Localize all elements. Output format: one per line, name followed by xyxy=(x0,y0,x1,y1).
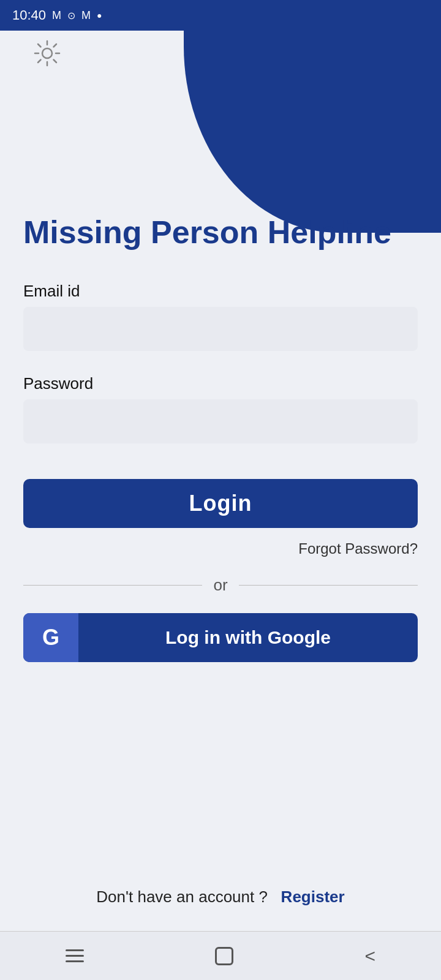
home-nav-icon[interactable] xyxy=(215,947,233,965)
svg-line-5 xyxy=(38,44,41,47)
google-login-button[interactable]: G Log in with Google xyxy=(23,613,418,662)
register-link[interactable]: Register xyxy=(281,888,345,906)
password-label: Password xyxy=(23,374,418,393)
or-text: or xyxy=(213,576,227,595)
no-account-text: Don't have an account ? xyxy=(96,888,268,906)
decorative-blob xyxy=(184,0,441,233)
bottom-nav: < xyxy=(0,931,441,980)
instagram-icon: ⊙ xyxy=(67,10,75,21)
svg-point-0 xyxy=(42,48,52,58)
login-button[interactable]: Login xyxy=(23,479,418,528)
google-btn-label: Log in with Google xyxy=(78,627,418,648)
email-form-group: Email id xyxy=(23,282,418,368)
main-content: Missing Person Helpline Email id Passwor… xyxy=(0,214,441,662)
password-form-group: Password xyxy=(23,374,418,461)
sun-icon xyxy=(34,40,61,67)
password-input[interactable] xyxy=(23,399,418,443)
forgot-password-wrapper: Forgot Password? xyxy=(23,540,418,557)
svg-line-7 xyxy=(54,44,57,47)
app-title: Missing Person Helpline xyxy=(23,214,418,251)
time-display: 10:40 xyxy=(12,7,46,23)
gmail-icon: M xyxy=(52,9,61,22)
dot-icon: ● xyxy=(97,10,102,20)
or-divider: or xyxy=(23,576,418,595)
email-label: Email id xyxy=(23,282,418,301)
register-section: Don't have an account ? Register xyxy=(0,888,441,907)
sun-icon-wrapper xyxy=(34,40,61,69)
email-input[interactable] xyxy=(23,307,418,351)
svg-line-8 xyxy=(38,60,41,63)
menu-nav-icon[interactable] xyxy=(66,949,84,962)
status-bar-left: 10:40 M ⊙ M ● xyxy=(12,7,102,23)
divider-line-left xyxy=(23,585,202,586)
back-nav-icon[interactable]: < xyxy=(364,946,375,967)
svg-line-6 xyxy=(54,60,57,63)
google-icon: G xyxy=(23,613,78,662)
divider-line-right xyxy=(239,585,418,586)
gmail2-icon: M xyxy=(81,9,91,22)
forgot-password-link[interactable]: Forgot Password? xyxy=(298,540,418,557)
